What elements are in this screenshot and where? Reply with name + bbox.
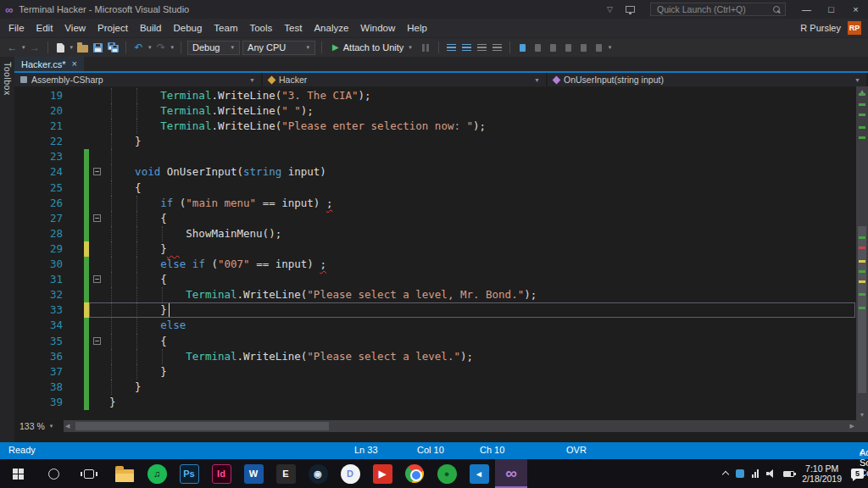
line-number[interactable]: 28 — [14, 226, 68, 241]
cortana-button[interactable] — [36, 459, 71, 488]
code-line-22[interactable]: 22 } — [14, 134, 856, 149]
code-text[interactable] — [109, 149, 856, 164]
close-button[interactable]: × — [843, 0, 868, 19]
taskbar-chrome-button[interactable] — [398, 459, 431, 488]
code-text[interactable]: } — [109, 364, 856, 380]
code-text[interactable]: { — [109, 334, 856, 349]
taskbar-indesign-button[interactable]: Id — [205, 459, 237, 488]
status-overtype-mode[interactable]: OVR — [566, 445, 587, 455]
tab-close-icon[interactable]: × — [72, 59, 77, 69]
battery-icon[interactable] — [783, 471, 794, 477]
line-number[interactable]: 39 — [14, 395, 68, 410]
taskbar-discord-button[interactable]: D — [334, 459, 366, 488]
taskbar-green-app-button[interactable]: ● — [431, 459, 463, 488]
tray-app-icon[interactable] — [736, 469, 744, 478]
scroll-right-icon[interactable]: ▶ — [850, 420, 854, 432]
code-editor[interactable]: 19 Terminal.WriteLine("3. The CIA");20 T… — [14, 86, 856, 420]
horizontal-scrollbar[interactable]: ◀ ▶ — [64, 420, 856, 432]
toolbox-tab[interactable]: Toolbox — [0, 57, 14, 442]
scroll-down-icon[interactable]: ▼ — [856, 410, 868, 420]
taskbar-file-explorer-button[interactable] — [108, 459, 141, 488]
collapse-region-icon[interactable]: − — [93, 168, 101, 175]
code-text[interactable]: Terminal.WriteLine("3. The CIA"); — [109, 88, 856, 103]
quick-launch-input[interactable] — [655, 3, 771, 15]
code-text[interactable]: { — [109, 272, 856, 287]
code-text[interactable]: Terminal.WriteLine("Please select a leve… — [109, 287, 856, 302]
open-file-button[interactable] — [76, 40, 89, 55]
code-line-36[interactable]: 36 Terminal.WriteLine("Please select a l… — [14, 349, 856, 364]
code-text[interactable]: { — [109, 211, 856, 226]
redo-button[interactable]: ↷ — [155, 40, 168, 55]
comment-button[interactable] — [476, 40, 488, 55]
user-avatar[interactable]: RP — [848, 21, 861, 35]
code-text[interactable]: else — [109, 318, 856, 333]
code-line-34[interactable]: 34 else — [14, 318, 856, 333]
previous-bookmark-button[interactable] — [531, 40, 544, 55]
menu-file[interactable]: File — [3, 23, 31, 33]
undo-caret-icon[interactable]: ▾ — [148, 44, 152, 51]
code-line-31[interactable]: 31− { — [14, 272, 856, 287]
restore-button[interactable]: □ — [819, 0, 843, 19]
vertical-scrollbar[interactable]: ▲ ▼ — [856, 86, 868, 420]
user-name[interactable]: R Pursley — [800, 23, 841, 33]
taskbar-spotify-button[interactable]: ♫ — [141, 459, 173, 488]
code-line-29[interactable]: 29 } — [14, 241, 856, 257]
taskbar-red-app-button[interactable]: ▶ — [366, 459, 398, 488]
taskbar-photoshop-button[interactable]: Ps — [173, 459, 205, 488]
line-number[interactable]: 25 — [14, 180, 68, 196]
type-dropdown[interactable]: Hacker ▼ — [263, 73, 548, 86]
tray-expand-icon[interactable] — [722, 471, 729, 478]
menu-edit[interactable]: Edit — [31, 23, 59, 33]
code-line-27[interactable]: 27− { — [14, 211, 856, 226]
line-number[interactable]: 31 — [14, 272, 68, 287]
line-number[interactable]: 30 — [14, 257, 68, 272]
line-number[interactable]: 37 — [14, 364, 68, 380]
code-text[interactable]: Terminal.WriteLine("Please enter selecti… — [109, 119, 856, 134]
solution-configuration-dropdown[interactable]: Debug▾ — [187, 41, 240, 55]
line-number[interactable]: 27 — [14, 211, 68, 226]
collapse-region-icon[interactable]: − — [93, 214, 101, 222]
line-number[interactable]: 35 — [14, 334, 68, 349]
quick-launch[interactable] — [650, 3, 786, 16]
horizontal-scrollbar-thumb[interactable] — [75, 422, 329, 430]
start-button[interactable] — [0, 459, 36, 488]
line-number[interactable]: 20 — [14, 103, 68, 119]
code-text[interactable]: else if ("007" == input) ; — [109, 257, 856, 272]
menu-view[interactable]: View — [58, 23, 92, 33]
tab-hacker-cs[interactable]: Hacker.cs* × — [14, 57, 84, 71]
status-character[interactable]: Ch 10 — [480, 445, 504, 455]
vertical-scrollbar-thumb[interactable] — [858, 226, 866, 393]
toggle-bookmark-button[interactable] — [516, 40, 529, 55]
code-text[interactable]: ShowMainMenu(); — [109, 226, 856, 241]
save-button[interactable] — [92, 40, 104, 55]
collapse-region-icon[interactable]: − — [93, 337, 101, 345]
line-number[interactable]: 36 — [14, 349, 68, 364]
code-text[interactable]: Terminal.WriteLine("Please select a leve… — [109, 349, 856, 364]
new-file-caret-icon[interactable]: ▾ — [70, 44, 74, 51]
menu-tools[interactable]: Tools — [243, 23, 278, 33]
code-line-25[interactable]: 25 { — [14, 180, 856, 196]
line-number[interactable]: 24 — [14, 164, 68, 180]
indent-increase-button[interactable] — [445, 40, 458, 55]
code-line-39[interactable]: 39} — [14, 395, 856, 410]
code-line-23[interactable]: 23 — [14, 149, 856, 164]
code-line-35[interactable]: 35− { — [14, 334, 856, 349]
solution-platform-dropdown[interactable]: Any CPU▾ — [242, 41, 315, 55]
code-text[interactable]: if ("main menu" == input) ; — [109, 196, 856, 211]
project-dropdown[interactable]: Assembly-CSharp ▼ — [14, 73, 263, 86]
network-icon[interactable] — [752, 469, 759, 478]
code-line-28[interactable]: 28 ShowMainMenu(); — [14, 226, 856, 241]
clear-bookmarks-button[interactable] — [593, 40, 605, 55]
menu-team[interactable]: Team — [208, 23, 243, 33]
menu-window[interactable]: Window — [354, 23, 401, 33]
zoom-control[interactable]: 133 % ▾ — [14, 420, 64, 432]
menu-test[interactable]: Test — [278, 23, 308, 33]
line-number[interactable]: 33 — [14, 302, 68, 318]
code-line-38[interactable]: 38 } — [14, 380, 856, 395]
taskbar-word-button[interactable]: W — [237, 459, 270, 488]
save-all-button[interactable] — [107, 40, 120, 55]
menu-help[interactable]: Help — [401, 23, 433, 33]
redo-caret-icon[interactable]: ▾ — [171, 44, 175, 51]
taskbar-epic-games-button[interactable]: E — [270, 459, 302, 488]
code-line-33[interactable]: 33 } — [14, 302, 856, 318]
